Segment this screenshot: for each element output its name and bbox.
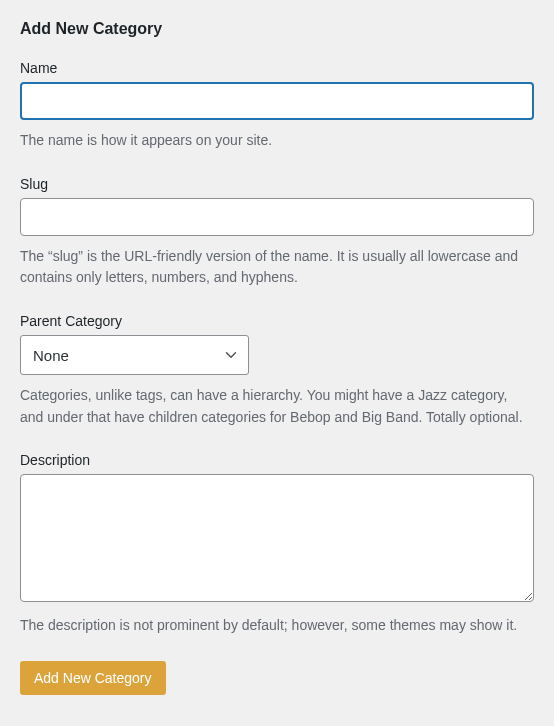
- slug-input[interactable]: [20, 198, 534, 236]
- name-label: Name: [20, 60, 534, 76]
- description-help-text: The description is not prominent by defa…: [20, 615, 534, 637]
- name-field-wrapper: Name The name is how it appears on your …: [20, 60, 534, 152]
- name-input[interactable]: [20, 82, 534, 120]
- slug-field-wrapper: Slug The “slug” is the URL-friendly vers…: [20, 176, 534, 289]
- slug-label: Slug: [20, 176, 534, 192]
- slug-help-text: The “slug” is the URL-friendly version o…: [20, 246, 534, 289]
- parent-label: Parent Category: [20, 313, 534, 329]
- description-textarea[interactable]: [20, 474, 534, 602]
- parent-select[interactable]: None: [20, 335, 249, 375]
- name-help-text: The name is how it appears on your site.: [20, 130, 534, 152]
- description-label: Description: [20, 452, 534, 468]
- page-heading: Add New Category: [20, 20, 534, 38]
- add-category-button[interactable]: Add New Category: [20, 661, 166, 695]
- description-field-wrapper: Description The description is not promi…: [20, 452, 534, 637]
- parent-help-text: Categories, unlike tags, can have a hier…: [20, 385, 534, 428]
- parent-field-wrapper: Parent Category None Categories, unlike …: [20, 313, 534, 428]
